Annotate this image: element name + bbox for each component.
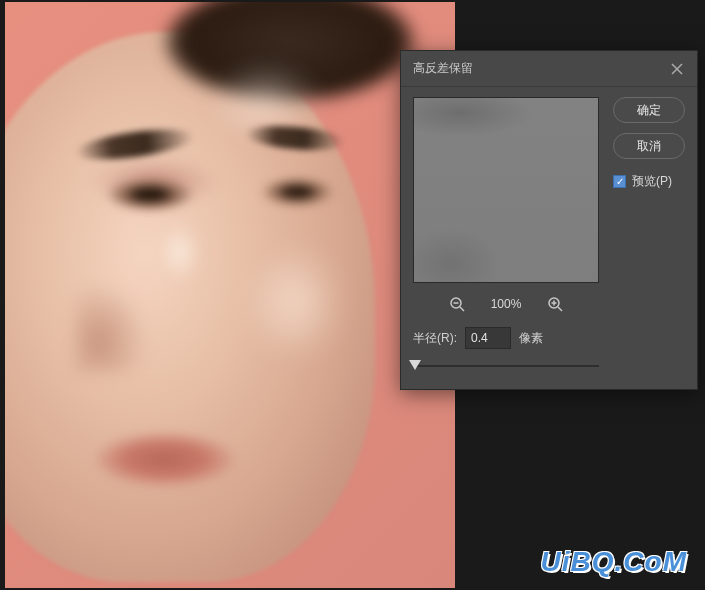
zoom-in-icon xyxy=(547,296,563,312)
radius-label: 半径(R): xyxy=(413,330,457,347)
svg-line-4 xyxy=(558,307,562,311)
dialog-titlebar[interactable]: 高反差保留 xyxy=(401,51,697,87)
preview-checkbox-label: 预览(P) xyxy=(632,173,672,190)
checkbox-icon: ✓ xyxy=(613,175,626,188)
watermark-text: UiBQ.CoM xyxy=(541,546,687,578)
zoom-level: 100% xyxy=(486,297,526,311)
radius-slider[interactable] xyxy=(413,359,599,373)
high-pass-dialog: 高反差保留 100% xyxy=(400,50,698,390)
ok-button[interactable]: 确定 xyxy=(613,97,685,123)
document-image xyxy=(5,2,455,588)
svg-line-1 xyxy=(460,307,464,311)
zoom-in-button[interactable] xyxy=(546,295,564,313)
close-icon xyxy=(671,63,683,75)
cancel-button[interactable]: 取消 xyxy=(613,133,685,159)
dialog-title: 高反差保留 xyxy=(413,60,473,77)
filter-preview[interactable] xyxy=(413,97,599,283)
radius-unit: 像素 xyxy=(519,330,543,347)
slider-thumb[interactable] xyxy=(409,360,421,370)
zoom-out-icon xyxy=(449,296,465,312)
canvas-area xyxy=(5,2,455,588)
preview-checkbox[interactable]: ✓ 预览(P) xyxy=(613,173,685,190)
zoom-out-button[interactable] xyxy=(448,295,466,313)
radius-input[interactable] xyxy=(465,327,511,349)
close-button[interactable] xyxy=(669,61,685,77)
